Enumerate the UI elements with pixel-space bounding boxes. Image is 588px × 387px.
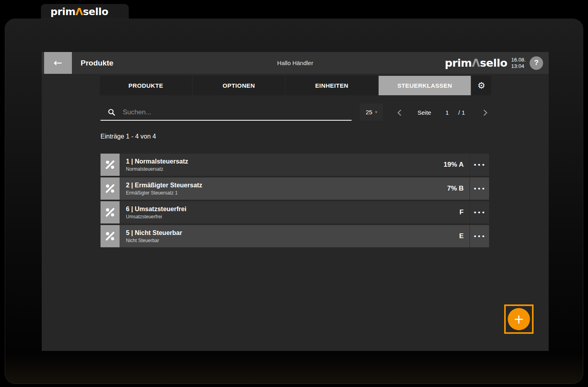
row-value: 7% B [447, 177, 470, 200]
row-value: 19% A [444, 154, 470, 176]
search-input[interactable] [123, 108, 352, 116]
percent-icon [101, 201, 120, 223]
page-title: Produkte [81, 59, 113, 67]
entries-summary: Einträge 1 - 4 von 4 [101, 133, 156, 140]
page-label: Seite [418, 109, 431, 116]
row-subtitle: Umsatzsteuerfrei [126, 214, 460, 219]
add-button-focus-frame: + [504, 304, 534, 334]
list-item[interactable]: 2 | Ermäßigter Steuersatz Ermäßigter Ste… [101, 177, 489, 200]
row-text: 5 | Nicht Steuerbar Nicht Steuerbar [120, 225, 459, 247]
time-text: 13:04 [511, 63, 524, 69]
list-item[interactable]: 5 | Nicht Steuerbar Nicht Steuerbar E ••… [101, 225, 489, 247]
add-button[interactable]: + [508, 308, 530, 330]
logo-lambda-icon: Λ [75, 6, 83, 17]
row-value: E [459, 225, 470, 247]
back-arrow-icon: ← [54, 57, 62, 69]
plus-icon: + [514, 312, 524, 327]
row-text: 6 | Umsatzsteuerfrei Umsatzsteuerfrei [120, 201, 460, 223]
percent-icon [101, 177, 120, 200]
chevron-down-icon: ▾ [375, 110, 377, 115]
toolbar: 25 ▾ Seite 1 / 1 [42, 104, 549, 122]
ellipsis-icon: ••• [474, 162, 486, 168]
tax-class-list: 1 | Normalsteuersatz Normalsteuersatz 19… [101, 154, 489, 249]
gear-icon: ⚙ [478, 81, 485, 90]
app-header: ← Produkte Hallo Händler primΛsello 16.0… [42, 52, 549, 74]
row-menu-button[interactable]: ••• [470, 154, 489, 176]
tab-bar: PRODUKTE OPTIONEN EINHEITEN STEUERKLASSE… [100, 76, 531, 95]
row-subtitle: Ermäßigter Steuersatz 1 [126, 190, 447, 196]
row-menu-button[interactable]: ••• [470, 177, 489, 200]
page-size-dropdown[interactable]: 25 ▾ [360, 104, 383, 121]
logo-lambda-icon: Λ [472, 57, 480, 69]
row-title: 1 | Normalsteuersatz [126, 158, 444, 165]
back-button[interactable]: ← [44, 52, 72, 74]
tab-produkte[interactable]: PRODUKTE [100, 76, 192, 95]
question-mark-icon: ? [534, 59, 539, 67]
ellipsis-icon: ••• [474, 233, 486, 239]
row-subtitle: Nicht Steuerbar [126, 238, 459, 243]
tab-einheiten[interactable]: EINHEITEN [286, 76, 378, 95]
percent-icon [101, 154, 120, 176]
header-right: primΛsello 16.08. 13:04 ? [445, 56, 543, 70]
browser-tab[interactable]: primΛsello [41, 4, 129, 19]
pagination: Seite 1 / 1 [394, 104, 531, 121]
row-menu-button[interactable]: ••• [470, 201, 489, 223]
primasello-logo-header: primΛsello [445, 57, 507, 69]
list-item[interactable]: 6 | Umsatzsteuerfrei Umsatzsteuerfrei F … [101, 201, 489, 223]
ellipsis-icon: ••• [474, 186, 486, 192]
tab-optionen[interactable]: OPTIONEN [193, 76, 285, 95]
ellipsis-icon: ••• [474, 210, 486, 216]
next-page-button[interactable] [479, 106, 493, 119]
app-panel: ← Produkte Hallo Händler primΛsello 16.0… [42, 52, 549, 351]
row-menu-button[interactable]: ••• [470, 225, 489, 247]
prev-page-button[interactable] [394, 106, 407, 119]
help-button[interactable]: ? [530, 56, 543, 70]
tab-steuerklassen[interactable]: STEUERKLASSEN [379, 76, 471, 95]
search-icon [108, 108, 116, 116]
primasello-logo: primΛsello [50, 6, 108, 17]
list-item[interactable]: 1 | Normalsteuersatz Normalsteuersatz 19… [101, 154, 489, 176]
current-page: 1 [445, 109, 449, 116]
search-field[interactable] [101, 104, 352, 121]
settings-button[interactable]: ⚙ [472, 76, 491, 95]
row-title: 2 | Ermäßigter Steuersatz [126, 182, 447, 189]
row-title: 6 | Umsatzsteuerfrei [126, 206, 460, 213]
date-text: 16.08. [511, 57, 526, 63]
row-text: 2 | Ermäßigter Steuersatz Ermäßigter Ste… [120, 177, 447, 200]
percent-icon [101, 225, 120, 247]
row-title: 5 | Nicht Steuerbar [126, 229, 459, 237]
datetime-display: 16.08. 13:04 [511, 57, 526, 69]
device-screen: ← Produkte Hallo Händler primΛsello 16.0… [5, 19, 583, 384]
row-value: F [460, 201, 470, 223]
row-subtitle: Normalsteuersatz [126, 166, 444, 172]
total-pages: / 1 [458, 109, 465, 116]
row-text: 1 | Normalsteuersatz Normalsteuersatz [120, 154, 444, 176]
